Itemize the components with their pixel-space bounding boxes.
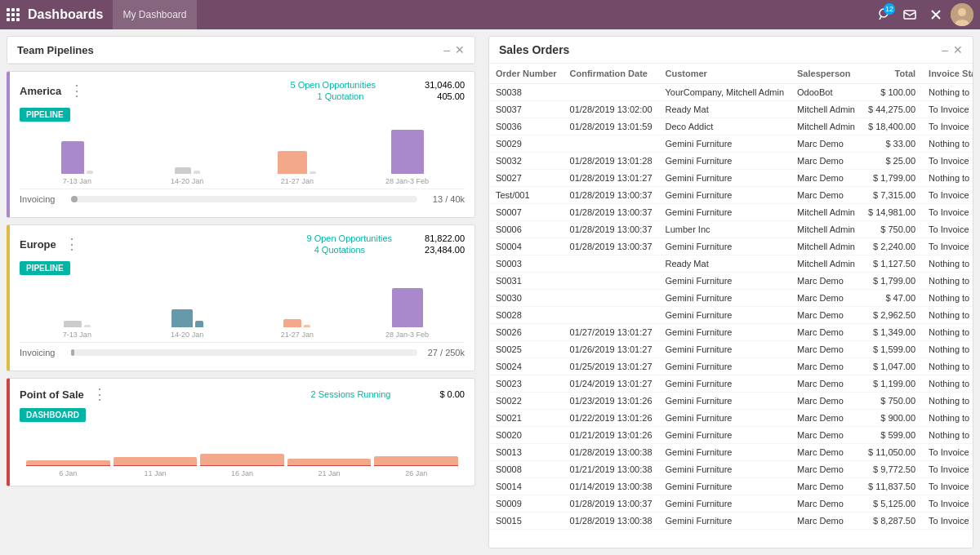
cell-date: 01/28/2019 13:02:00 bbox=[564, 101, 659, 118]
america-content: America ⋮ 5 Open Opportunities 31,046.00… bbox=[10, 72, 474, 217]
user-avatar[interactable] bbox=[951, 3, 973, 26]
cell-total: $ 14,981.00 bbox=[862, 204, 922, 221]
europe-bar-3 bbox=[283, 319, 301, 327]
cell-total: $ 47.00 bbox=[862, 290, 922, 307]
cell-status: To Invoice bbox=[922, 118, 973, 135]
table-row[interactable]: S0038 YourCompany, Mitchell Admin OdooBo… bbox=[489, 84, 973, 101]
cell-customer: Deco Addict bbox=[659, 118, 791, 135]
cell-status: To Invoice bbox=[922, 478, 973, 495]
cell-status: To Invoice bbox=[922, 461, 973, 478]
table-row[interactable]: S0004 01/28/2019 13:00:37 Gemini Furnitu… bbox=[489, 238, 973, 255]
pos-label-3: 16 Jan bbox=[231, 469, 253, 477]
table-row[interactable]: S0026 01/27/2019 13:01:27 Gemini Furnitu… bbox=[489, 324, 973, 341]
table-row[interactable]: S0015 01/28/2019 13:00:38 Gemini Furnitu… bbox=[489, 513, 973, 530]
table-row[interactable]: S0025 01/26/2019 13:01:27 Gemini Furnitu… bbox=[489, 341, 973, 358]
left-panel: Team Pipelines – ✕ America ⋮ bbox=[0, 29, 482, 555]
america-opportunities-link[interactable]: 5 Open Opportunities bbox=[290, 80, 376, 90]
america-bar-2 bbox=[175, 167, 191, 174]
table-row[interactable]: S0020 01/21/2019 13:01:26 Gemini Furnitu… bbox=[489, 427, 973, 444]
cell-customer: Lumber Inc bbox=[659, 221, 791, 238]
cell-status: Nothing to Invoice bbox=[922, 341, 973, 358]
america-widget: America ⋮ 5 Open Opportunities 31,046.00… bbox=[7, 71, 475, 218]
table-row[interactable]: S0028 Gemini Furniture Marc Demo $ 2,962… bbox=[489, 307, 973, 324]
cell-date bbox=[564, 307, 659, 324]
cell-order: S0029 bbox=[489, 135, 564, 153]
cell-salesperson: Marc Demo bbox=[791, 324, 862, 341]
table-row[interactable]: S0007 01/28/2019 13:00:37 Gemini Furnitu… bbox=[489, 204, 973, 221]
table-row[interactable]: S0031 Gemini Furniture Marc Demo $ 1,799… bbox=[489, 273, 973, 290]
cell-customer: Gemini Furniture bbox=[659, 513, 791, 530]
pos-menu[interactable]: ⋮ bbox=[92, 387, 107, 402]
cell-customer: YourCompany, Mitchell Admin bbox=[659, 84, 791, 101]
cell-customer: Gemini Furniture bbox=[659, 358, 791, 375]
cell-total: $ 7,315.00 bbox=[862, 187, 922, 204]
cell-customer: Gemini Furniture bbox=[659, 135, 791, 153]
table-row[interactable]: S0037 01/28/2019 13:02:00 Ready Mat Mitc… bbox=[489, 101, 973, 118]
pos-sessions-link[interactable]: 2 Sessions Running bbox=[311, 389, 391, 399]
nav-tab-my-dashboard[interactable]: My Dashboard bbox=[113, 0, 196, 29]
cell-order: S0014 bbox=[489, 478, 564, 495]
cell-salesperson: Mitchell Admin bbox=[791, 255, 862, 273]
cell-order: S0020 bbox=[489, 427, 564, 444]
close-icon-btn[interactable] bbox=[924, 3, 947, 26]
europe-menu[interactable]: ⋮ bbox=[65, 237, 79, 251]
america-progress-row: Invoicing 13 / 40k bbox=[20, 189, 465, 209]
pos-title: Point of Sale bbox=[20, 388, 84, 401]
pos-dashboard-btn[interactable]: DASHBOARD bbox=[20, 408, 86, 422]
table-row[interactable]: S0030 Gemini Furniture Marc Demo $ 47.00… bbox=[489, 290, 973, 307]
europe-opportunities-value: 81,822.00 bbox=[425, 233, 465, 243]
cell-salesperson: Marc Demo bbox=[791, 273, 862, 290]
svg-point-5 bbox=[958, 8, 966, 16]
sales-orders-close[interactable]: ✕ bbox=[953, 43, 963, 56]
cell-total: $ 1,199.00 bbox=[862, 375, 922, 393]
cell-total: $ 18,400.00 bbox=[862, 118, 922, 135]
cell-date: 01/28/2019 13:00:38 bbox=[564, 513, 659, 530]
cell-status: To Invoice bbox=[922, 187, 973, 204]
cell-status: To Invoice bbox=[922, 101, 973, 118]
cell-date: 01/21/2019 13:01:26 bbox=[564, 427, 659, 444]
chat-icon-btn[interactable]: 12 bbox=[872, 3, 895, 26]
america-title: America bbox=[20, 85, 61, 97]
europe-opportunities-link[interactable]: 9 Open Opportunities bbox=[306, 233, 392, 243]
apps-icon[interactable] bbox=[7, 8, 20, 21]
table-row[interactable]: S0036 01/28/2019 13:01:59 Deco Addict Mi… bbox=[489, 118, 973, 135]
europe-bar-4 bbox=[392, 288, 423, 327]
team-pipelines-close[interactable]: ✕ bbox=[455, 43, 465, 56]
col-invoice-status: Invoice Status bbox=[922, 64, 973, 84]
table-row[interactable]: S0023 01/24/2019 13:01:27 Gemini Furnitu… bbox=[489, 375, 973, 393]
cell-date: 01/22/2019 13:01:26 bbox=[564, 410, 659, 427]
america-quotation-link[interactable]: 1 Quotation bbox=[317, 91, 363, 101]
table-row[interactable]: S0014 01/14/2019 13:00:38 Gemini Furnitu… bbox=[489, 478, 973, 495]
table-row[interactable]: S0008 01/21/2019 13:00:38 Gemini Furnitu… bbox=[489, 461, 973, 478]
cell-total: $ 900.00 bbox=[862, 410, 922, 427]
cell-salesperson: Marc Demo bbox=[791, 427, 862, 444]
table-row[interactable]: S0021 01/22/2019 13:01:26 Gemini Furnitu… bbox=[489, 410, 973, 427]
table-row[interactable]: S0032 01/28/2019 13:01:28 Gemini Furnitu… bbox=[489, 153, 973, 170]
cell-order: S0007 bbox=[489, 204, 564, 221]
america-menu[interactable]: ⋮ bbox=[69, 83, 84, 98]
america-pipeline-btn[interactable]: PIPELINE bbox=[20, 108, 70, 122]
europe-progress-row: Invoicing 27 / 250k bbox=[20, 342, 465, 362]
sales-orders-header: Sales Orders – ✕ bbox=[489, 37, 973, 64]
table-row[interactable]: Test/001 01/28/2019 13:00:37 Gemini Furn… bbox=[489, 187, 973, 204]
sales-orders-minimize[interactable]: – bbox=[942, 43, 948, 56]
table-row[interactable]: S0024 01/25/2019 13:01:27 Gemini Furnitu… bbox=[489, 358, 973, 375]
team-pipelines-minimize[interactable]: – bbox=[443, 43, 450, 56]
cell-order: S0003 bbox=[489, 255, 564, 273]
cell-date: 01/14/2019 13:00:38 bbox=[564, 478, 659, 495]
table-row[interactable]: S0013 01/28/2019 13:00:38 Gemini Furnitu… bbox=[489, 444, 973, 461]
europe-quotations-link[interactable]: 4 Quotations bbox=[314, 245, 365, 255]
table-row[interactable]: S0009 01/28/2019 13:00:37 Gemini Furnitu… bbox=[489, 495, 973, 513]
cell-customer: Gemini Furniture bbox=[659, 341, 791, 358]
table-row[interactable]: S0027 01/28/2019 13:01:27 Gemini Furnitu… bbox=[489, 170, 973, 187]
message-icon-btn[interactable] bbox=[898, 3, 921, 26]
team-pipelines-title: Team Pipelines bbox=[17, 44, 94, 56]
table-row[interactable]: S0022 01/23/2019 13:01:26 Gemini Furnitu… bbox=[489, 393, 973, 410]
pos-chart: 6 Jan 11 Jan 16 Jan bbox=[20, 428, 465, 477]
table-row[interactable]: S0029 Gemini Furniture Marc Demo $ 33.00… bbox=[489, 135, 973, 153]
main-layout: Team Pipelines – ✕ America ⋮ bbox=[0, 29, 980, 555]
america-header: America ⋮ 5 Open Opportunities 31,046.00… bbox=[20, 80, 465, 101]
europe-pipeline-btn[interactable]: PIPELINE bbox=[20, 261, 70, 275]
table-row[interactable]: S0003 Ready Mat Mitchell Admin $ 1,127.5… bbox=[489, 255, 973, 273]
table-row[interactable]: S0006 01/28/2019 13:00:37 Lumber Inc Mit… bbox=[489, 221, 973, 238]
